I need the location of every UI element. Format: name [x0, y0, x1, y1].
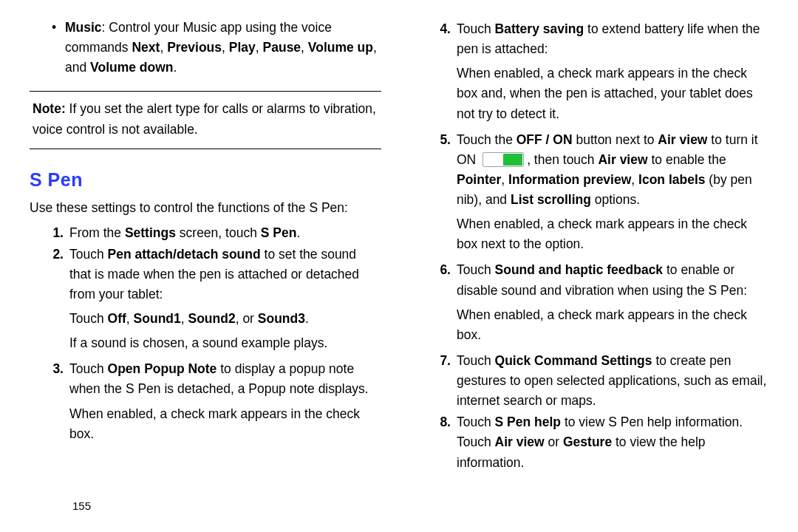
- label-info-preview: Information preview: [508, 172, 631, 187]
- note-label: Note:: [33, 101, 66, 116]
- sound-example-text: If a sound is chosen, a sound example pl…: [69, 333, 381, 353]
- label-settings: Settings: [125, 225, 176, 240]
- checkmark-text: When enabled, a check mark appears in th…: [69, 404, 381, 444]
- label-air-view-3: Air view: [495, 434, 545, 449]
- cmd-voldown: Volume down: [90, 60, 173, 75]
- label-gesture: Gesture: [563, 434, 612, 449]
- step-1: 1. From the Settings screen, touch S Pen…: [44, 223, 381, 243]
- step-7: 7. Touch Quick Command Settings to creat…: [432, 351, 768, 411]
- step-number: 5.: [432, 130, 457, 259]
- step-number: 3.: [44, 359, 69, 449]
- step-number: 1.: [44, 223, 69, 243]
- step-5: 5. Touch the OFF / ON button next to Air…: [432, 130, 768, 259]
- label-air-view-2: Air view: [598, 152, 647, 167]
- step-number: 7.: [432, 351, 457, 411]
- label-spen: S Pen: [261, 225, 297, 240]
- toggle-on-icon: [482, 152, 524, 167]
- battery-sub: When enabled, a check mark appears in th…: [457, 64, 768, 123]
- note-text: If you set the alert type for calls or a…: [33, 101, 376, 136]
- cmd-next: Next: [132, 40, 160, 55]
- airview-sub: When enabled, a check mark appears in th…: [457, 214, 768, 254]
- music-label: Music: [65, 20, 102, 35]
- divider-icon: [30, 149, 381, 149]
- cmd-previous: Previous: [167, 40, 222, 55]
- music-bullet: • Music: Control your Music app using th…: [52, 18, 381, 78]
- label-quick-command: Quick Command Settings: [495, 353, 652, 368]
- label-off-on: OFF / ON: [516, 132, 573, 147]
- two-column-layout: • Music: Control your Music app using th…: [30, 18, 768, 474]
- right-column: 4. Touch Battery saving to extend batter…: [417, 18, 768, 474]
- step-3: 3. Touch Open Popup Note to display a po…: [44, 359, 381, 449]
- divider-icon: [30, 91, 381, 92]
- cmd-volup: Volume up: [308, 40, 373, 55]
- label-icon-labels: Icon labels: [638, 172, 705, 187]
- label-pointer: Pointer: [457, 172, 501, 187]
- haptic-sub: When enabled, a check mark appears in th…: [457, 305, 768, 345]
- section-heading-spen: S Pen: [30, 166, 381, 194]
- page-number: 155: [72, 497, 91, 514]
- step-2: 2. Touch Pen attach/detach sound to set …: [44, 245, 381, 358]
- label-attach-detach: Pen attach/detach sound: [108, 247, 261, 262]
- left-column: • Music: Control your Music app using th…: [30, 18, 381, 474]
- label-air-view: Air view: [658, 132, 707, 147]
- label-battery-saving: Battery saving: [495, 21, 584, 36]
- step-6: 6. Touch Sound and haptic feedback to en…: [432, 260, 768, 349]
- step-number: 8.: [432, 412, 457, 472]
- step-4: 4. Touch Battery saving to extend batter…: [432, 19, 768, 129]
- step-number: 2.: [44, 245, 69, 358]
- label-list-scrolling: List scrolling: [511, 192, 591, 207]
- bullet-dot-icon: •: [52, 18, 65, 78]
- label-spen-help: S Pen help: [495, 415, 561, 429]
- step-8: 8. Touch S Pen help to view S Pen help i…: [432, 412, 768, 472]
- label-open-popup-note: Open Popup Note: [108, 361, 217, 376]
- note-block: Note: If you set the alert type for call…: [33, 99, 381, 139]
- label-sound-haptic: Sound and haptic feedback: [495, 262, 664, 277]
- step-number: 4.: [432, 19, 457, 129]
- cmd-pause: Pause: [263, 40, 301, 55]
- spen-intro: Use these settings to control the functi…: [30, 198, 381, 218]
- cmd-play: Play: [229, 40, 256, 55]
- step-number: 6.: [432, 260, 457, 349]
